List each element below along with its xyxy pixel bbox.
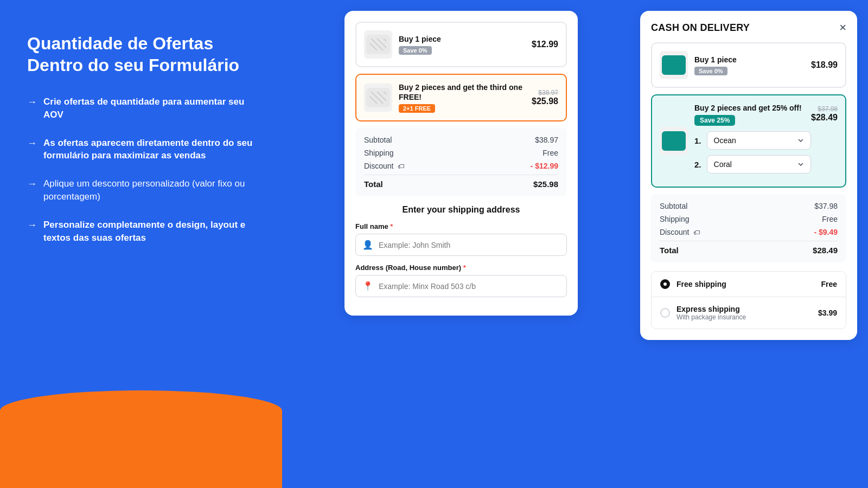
center-panel: Buy 1 piece Save 0% $12.99 Buy 2 pieces … <box>282 0 640 488</box>
free-shipping-name: Free shipping <box>676 280 821 288</box>
price-current-1: $12.99 <box>532 40 558 49</box>
cod-offer-title-1: Buy 1 piece <box>694 55 811 65</box>
left-panel: Quantidade de Ofertas Dentro do seu Form… <box>0 0 282 488</box>
express-shipping-radio[interactable] <box>660 308 670 318</box>
product-image-1 <box>364 30 392 59</box>
cod-price-current-2: $28.49 <box>811 113 838 123</box>
cod-header: CASH ON DELIVERY × <box>651 22 846 34</box>
list-item: → Crie ofertas de quantidade para aument… <box>27 95 255 121</box>
cod-subtotal-value: $37.98 <box>814 202 838 210</box>
cod-offer-title-2: Buy 2 pieces and get 25% off! <box>694 103 811 113</box>
cod-price-current-1: $18.99 <box>811 60 838 70</box>
feature-list: → Crie ofertas de quantidade para aument… <box>27 95 255 244</box>
cod-total-label: Total <box>660 246 679 255</box>
close-button[interactable]: × <box>839 22 846 34</box>
subtotal-row: Subtotal $38.97 <box>364 136 558 144</box>
offer-title-1: Buy 1 piece <box>399 34 532 44</box>
shipping-row: Shipping Free <box>364 149 558 157</box>
offer-price-2: $38.97 $25.98 <box>532 89 558 106</box>
shipping-section-title: Enter your shipping address <box>355 205 567 215</box>
required-marker: * <box>390 222 393 230</box>
item-text: As ofertas aparecem diretamente dentro d… <box>43 137 255 163</box>
cod-shipping-value: Free <box>822 215 838 223</box>
dropdown-num-1: 1. <box>694 136 701 145</box>
cod-offer-card-2[interactable]: Buy 2 pieces and get 25% off! Save 25% 1… <box>651 94 846 188</box>
list-item: → As ofertas aparecem diretamente dentro… <box>27 137 255 163</box>
cod-subtotal-label: Subtotal <box>660 202 687 210</box>
right-panel: CASH ON DELIVERY × Buy 1 piece Save 0% $… <box>640 0 868 488</box>
free-shipping-info: Free shipping <box>676 280 821 288</box>
order-summary: Subtotal $38.97 Shipping Free Discount 🏷… <box>355 128 567 196</box>
offer-info-1: Buy 1 piece Save 0% <box>392 34 532 55</box>
required-marker: * <box>463 264 466 272</box>
dropdown-ocean[interactable]: Ocean Blue Navy <box>707 131 812 150</box>
product-image-2 <box>364 84 392 112</box>
shipping-value: Free <box>542 149 558 157</box>
offer-price-1: $12.99 <box>532 40 558 49</box>
offer-title-2: Buy 2 pieces and get the third one FREE! <box>399 82 532 102</box>
subtotal-value: $38.97 <box>535 136 558 144</box>
person-icon: 👤 <box>362 240 373 250</box>
arrow-icon: → <box>27 220 37 231</box>
cod-discount-label: Discount 🏷 <box>660 228 700 236</box>
cod-total-value: $28.49 <box>813 246 838 255</box>
full-name-label: Full name * <box>355 222 567 230</box>
left-title: Quantidade de Ofertas Dentro do seu Form… <box>27 33 255 76</box>
express-shipping-sub: With package insurance <box>676 313 818 321</box>
cod-discount-value: - $9.49 <box>814 228 838 236</box>
dropdown-row-2: 2. Coral Red Pink <box>694 155 811 174</box>
discount-label: Discount 🏷 <box>364 162 404 170</box>
offer-card-2[interactable]: Buy 2 pieces and get the third one FREE!… <box>355 74 567 121</box>
item-text: Crie ofertas de quantidade para aumentar… <box>43 95 255 121</box>
offer-info-2: Buy 2 pieces and get the third one FREE!… <box>392 82 532 113</box>
express-shipping-option[interactable]: Express shipping With package insurance … <box>652 297 846 329</box>
cod-product-image-1 <box>660 51 688 79</box>
address-input-wrapper[interactable]: 📍 <box>355 275 567 297</box>
address-input[interactable] <box>379 282 560 291</box>
item-text: Personalize completamente o design, layo… <box>43 219 255 245</box>
free-shipping-price: Free <box>821 280 837 288</box>
price-original-2: $38.97 <box>532 89 558 97</box>
offer-card-1[interactable]: Buy 1 piece Save 0% $12.99 <box>355 22 567 67</box>
express-shipping-name: Express shipping <box>676 305 818 313</box>
cod-shipping-label: Shipping <box>660 215 690 223</box>
cod-save-badge: Save 25% <box>694 115 735 126</box>
cod-card: CASH ON DELIVERY × Buy 1 piece Save 0% $… <box>640 11 857 340</box>
pillow-icon <box>366 88 390 107</box>
cod-offer-price-1: $18.99 <box>811 60 838 70</box>
subtotal-label: Subtotal <box>364 136 392 144</box>
cod-total-row: Total $28.49 <box>660 241 838 255</box>
full-name-input[interactable] <box>379 241 560 249</box>
teal-pillow-icon <box>662 55 686 75</box>
discount-value: - $12.99 <box>531 162 558 170</box>
shipping-options: Free shipping Free Express shipping With… <box>651 271 846 329</box>
item-text: Aplique um desconto personalizado (valor… <box>43 177 255 203</box>
express-shipping-info: Express shipping With package insurance <box>676 305 818 321</box>
shipping-label: Shipping <box>364 149 394 157</box>
location-icon: 📍 <box>362 281 373 291</box>
dropdown-coral[interactable]: Coral Red Pink <box>707 155 812 174</box>
tag-icon: 🏷 <box>398 163 404 170</box>
cod-offer-card-1[interactable]: Buy 1 piece Save 0% $18.99 <box>651 42 846 88</box>
tag-icon-cod: 🏷 <box>693 229 700 236</box>
pillow-icon <box>366 35 390 54</box>
dropdown-row-1: 1. Ocean Blue Navy <box>694 131 811 150</box>
arrow-icon: → <box>27 97 37 108</box>
full-name-input-wrapper[interactable]: 👤 <box>355 234 567 256</box>
cod-offer-price-2: $37.98 $28.49 <box>811 103 838 123</box>
total-value: $25.98 <box>533 179 558 189</box>
cod-price-original-2: $37.98 <box>811 105 838 113</box>
dropdown-num-2: 2. <box>694 160 701 169</box>
free-shipping-radio[interactable] <box>660 279 670 289</box>
offer-badge-1: Save 0% <box>399 46 432 55</box>
total-label: Total <box>364 179 383 189</box>
cod-subtotal-row: Subtotal $37.98 <box>660 202 838 210</box>
cod-discount-row: Discount 🏷 - $9.49 <box>660 228 838 236</box>
form-card: Buy 1 piece Save 0% $12.99 Buy 2 pieces … <box>344 11 578 316</box>
free-shipping-option[interactable]: Free shipping Free <box>652 272 846 297</box>
express-shipping-price: $3.99 <box>818 309 837 317</box>
list-item: → Aplique um desconto personalizado (val… <box>27 177 255 203</box>
cod-shipping-row: Shipping Free <box>660 215 838 223</box>
list-item: → Personalize completamente o design, la… <box>27 219 255 245</box>
arrow-icon: → <box>27 178 37 190</box>
